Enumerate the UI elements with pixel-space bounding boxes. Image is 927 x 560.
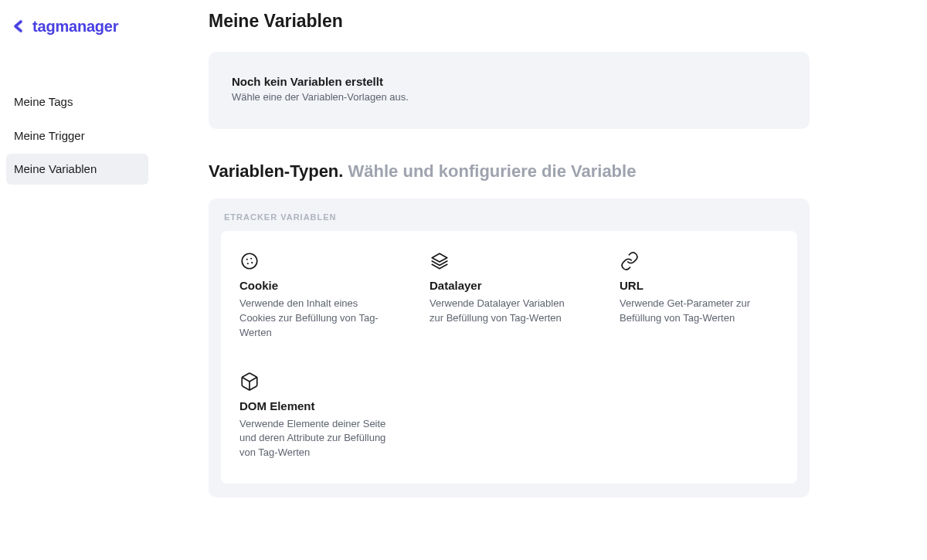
brand-logo[interactable]: tagmanager [6,14,148,42]
svg-point-2 [250,258,252,260]
brand-logo-text: tagmanager [32,18,118,36]
types-grid: Cookie Verwende den Inhalt eines Cookies… [221,231,797,484]
brand-logo-icon [9,17,28,36]
empty-state-subtitle: Wähle eine der Variablen-Vorlagen aus. [232,91,786,103]
types-heading-muted: Wähle und konfiguriere die Variable [348,161,637,181]
main-content: Meine Variablen Noch kein Variablen erst… [154,0,927,560]
types-group-label: ETRACKER VARIABLEN [224,212,797,222]
svg-point-3 [247,263,249,264]
sidebar-item-tags[interactable]: Meine Tags [6,87,148,117]
type-card-desc: Verwende Get-Parameter zur Befüllung von… [620,297,770,326]
svg-point-4 [251,262,253,263]
sidebar-item-variablen[interactable]: Meine Variablen [6,154,148,185]
page-title: Meine Variablen [209,11,810,32]
type-card-dom-element[interactable]: DOM Element Verwende Elemente deiner Sei… [227,367,411,466]
types-heading-strong: Variablen-Typen. [209,161,348,181]
types-heading: Variablen-Typen. Wähle und konfiguriere … [209,161,810,182]
type-card-cookie[interactable]: Cookie Verwende den Inhalt eines Cookies… [227,246,411,345]
svg-marker-5 [432,253,447,262]
type-card-desc: Verwende Datalayer Variablen zur Befüllu… [430,297,580,326]
sidebar-item-trigger[interactable]: Meine Trigger [6,120,148,151]
type-card-title: Cookie [239,279,399,292]
type-card-title: DOM Element [239,399,399,412]
cookie-icon [239,251,399,271]
empty-state: Noch kein Variablen erstellt Wähle eine … [209,52,810,129]
sidebar-nav: Meine Tags Meine Trigger Meine Variablen [6,87,148,185]
svg-point-1 [246,259,248,260]
empty-state-title: Noch kein Variablen erstellt [232,75,786,88]
cube-icon [239,372,399,392]
type-card-title: Datalayer [430,279,589,292]
type-card-datalayer[interactable]: Datalayer Verwende Datalayer Variablen z… [417,246,601,345]
link-icon [620,251,779,271]
types-panel: ETRACKER VARIABLEN Cookie Verwende den I [209,199,810,497]
type-card-desc: Verwende den Inhalt eines Cookies zur Be… [239,297,390,341]
type-card-url[interactable]: URL Verwende Get-Parameter zur Befüllung… [607,246,791,345]
layers-icon [430,251,589,271]
type-card-title: URL [620,279,779,292]
sidebar: tagmanager Meine Tags Meine Trigger Mein… [0,0,154,560]
svg-point-0 [242,253,257,269]
type-card-desc: Verwende Elemente deiner Seite und deren… [239,417,390,461]
